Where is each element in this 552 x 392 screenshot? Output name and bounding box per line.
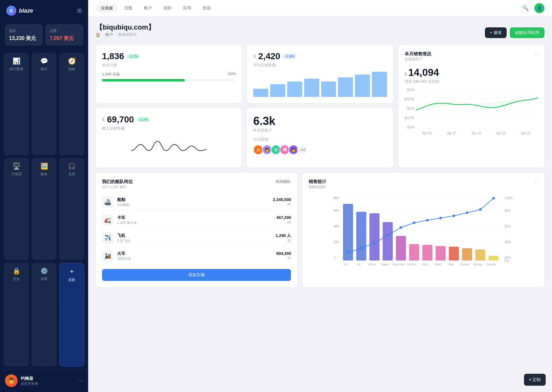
create-app-button[interactable]: 创建应用程序 xyxy=(510,27,544,38)
svg-text:40%: 40% xyxy=(505,240,511,244)
svg-text:400: 400 xyxy=(334,225,339,228)
orders-number: 1,836 xyxy=(102,51,124,61)
plane-icon: ✈️ xyxy=(102,232,113,244)
budget-label: 预算 xyxy=(9,29,38,33)
hero-more: +42 xyxy=(297,145,307,155)
plane-value: 1,240 人 xyxy=(276,233,291,238)
ship-icon: 🚢 xyxy=(102,196,113,208)
avg-sales-badge: ↑2.6% xyxy=(283,54,296,59)
svg-point-35 xyxy=(373,242,376,244)
nav-user-avatar[interactable]: 👤 xyxy=(534,3,544,13)
sidebar-header: B blaze ⊞ xyxy=(0,0,88,21)
guide-icon: 🧭 xyxy=(68,57,76,65)
stats-grid: 1,836 ↓2.2% 本月订单 1,048 目标 62% $ xyxy=(96,45,544,168)
total-sales-badge: ↑2.2% xyxy=(136,117,150,122)
svg-rect-27 xyxy=(423,245,433,260)
sidebar-item-settings[interactable]: ⚙️ 设置 xyxy=(31,263,57,367)
invite-button[interactable]: + 邀请 xyxy=(485,27,507,38)
new-customers-number: 6.3k xyxy=(253,115,387,128)
sidebar-item-security[interactable]: 🔒 安全 xyxy=(4,263,29,367)
truck-unit: 吨 xyxy=(276,220,291,225)
tab-apps[interactable]: 应用 xyxy=(178,3,196,13)
svg-rect-25 xyxy=(396,236,406,260)
bar-8 xyxy=(372,72,387,97)
tab-dashboard[interactable]: 仪表板 xyxy=(96,3,118,13)
svg-text:Germany: Germany xyxy=(393,263,405,266)
sales-stats-more-btn[interactable]: ··· xyxy=(534,179,538,193)
tab-account[interactable]: 帐户 xyxy=(139,3,157,13)
truck-sub: 1,460 辆卡车 xyxy=(117,221,272,225)
security-label: 安全 xyxy=(13,277,20,281)
budget-cards: 预算 13,230 美元 花费 7,057 美元 xyxy=(0,21,88,50)
sidebar-item-add[interactable]: + 添新 xyxy=(59,263,84,367)
fleet-item-truck: 🚛 卡车 1,460 辆卡车 457,200 吨 xyxy=(102,211,291,229)
sidebar-item-stats[interactable]: 📊 统计数据 xyxy=(4,53,29,155)
sidebar-item-calc[interactable]: 🖥️ 计算器 xyxy=(4,158,29,260)
fleet-add-button[interactable]: 添加车辆 xyxy=(102,269,291,281)
monthly-sales-sub: 全渠道用户 xyxy=(405,57,431,62)
progress-pct: 62% xyxy=(228,72,236,77)
fleet-item-plane: ✈️ 飞机 8 架飞机 1,240 人 吨 xyxy=(102,229,291,247)
sales-stats-title: 销售统计 xyxy=(309,179,326,185)
page-actions: + 邀请 创建应用程序 xyxy=(485,27,544,38)
sidebar-item-guide[interactable]: 🧭 指南 xyxy=(59,53,84,155)
support-label: 支持 xyxy=(68,172,75,176)
svg-point-40 xyxy=(440,217,442,219)
svg-text:Canada: Canada xyxy=(486,263,496,266)
fleet-header: 我们的船队吨位 总计 1,247 辆车 检阅舰队 xyxy=(102,179,291,189)
fleet-items: 🚢 船舶 234艘船 2,345,500 吨 🚛 卡车 xyxy=(102,193,291,265)
avg-sales-chart xyxy=(253,72,387,97)
heroes-section: 今日英雄 A 👩 S 韩 👩 +42 xyxy=(253,137,387,155)
page-body: 【biqubiqu.com】 🏠 › 帐户 › 奥弗维耶夫 + 邀请 创建应用程… xyxy=(88,16,552,392)
svg-text:0: 0 xyxy=(334,256,336,260)
ship-name: 船舶 xyxy=(117,197,269,203)
svg-text:Japan: Japan xyxy=(381,263,389,266)
chat-label: 聊天 xyxy=(41,67,48,71)
monthly-sales-title: 本月销售情况 xyxy=(405,51,431,57)
page-title-text: 【biqubiqu.com】 xyxy=(96,23,155,32)
total-sales-label: 网上总销售额 xyxy=(102,126,236,131)
sidebar-item-media[interactable]: 🖼️ 媒体 xyxy=(31,158,57,260)
expense-label: 花费 xyxy=(50,29,79,33)
breadcrumb-home[interactable]: 🏠 xyxy=(96,33,100,37)
bar-2 xyxy=(270,84,285,97)
tab-auth[interactable]: 授权 xyxy=(158,3,177,13)
new-customers-card: 6.3k 本月新客户 今日英雄 A 👩 S 韩 👩 +42 xyxy=(247,108,393,168)
ship-unit: 吨 xyxy=(273,202,291,207)
svg-rect-26 xyxy=(409,244,419,260)
train-unit: 吨 xyxy=(276,256,291,260)
tab-resources[interactable]: 资源 xyxy=(197,3,216,13)
svg-text:France: France xyxy=(407,263,416,266)
plane-unit: 吨 xyxy=(276,238,291,243)
progress-bar-fill xyxy=(102,79,185,81)
top-nav: 仪表板 页数 帐户 授权 应用 资源 🔍 👤 xyxy=(88,0,552,16)
sidebar-item-support[interactable]: 🎧 支持 xyxy=(59,158,84,260)
avg-sales-number: 2,420 xyxy=(258,51,280,61)
tab-pages[interactable]: 页数 xyxy=(119,3,138,13)
breadcrumb-account[interactable]: 帐户 xyxy=(105,32,113,37)
search-button[interactable]: 🔍 xyxy=(521,3,531,13)
sales-chart-container: 800 600 400 200 0 100% 80% 60% 40% 20% 0… xyxy=(309,194,538,271)
settings-icon[interactable]: ⊞ xyxy=(77,7,82,14)
fleet-title: 我们的船队吨位 xyxy=(102,179,133,185)
svg-rect-24 xyxy=(383,222,393,260)
svg-point-38 xyxy=(413,221,416,224)
total-sales-card: $ 69,700 ↑2.2% 网上总销售额 xyxy=(96,108,242,168)
svg-text:600: 600 xyxy=(334,209,339,212)
sidebar-item-chat[interactable]: 💬 聊天 xyxy=(31,53,57,155)
stats-icon: 📊 xyxy=(13,57,20,65)
svg-text:200: 200 xyxy=(334,240,339,244)
avg-sales-card: $ 2,420 ↑2.6% 平均日销售额 xyxy=(247,45,393,103)
customize-button[interactable]: ≡ 定制 xyxy=(524,374,546,386)
breadcrumb: 🏠 › 帐户 › 奥弗维耶夫 xyxy=(96,32,155,37)
user-info: 约翰逊 反应开发者 xyxy=(21,376,75,386)
monthly-more-btn[interactable]: ··· xyxy=(534,51,538,57)
user-more-icon[interactable]: ⋯ xyxy=(78,378,83,384)
top-nav-actions: 🔍 👤 xyxy=(521,3,544,13)
settings-label: 设置 xyxy=(41,277,48,281)
fleet-card: 我们的船队吨位 总计 1,247 辆车 检阅舰队 🚢 船舶 234艘船 2,34… xyxy=(96,173,297,287)
fleet-view-button[interactable]: 检阅舰队 xyxy=(276,179,291,184)
svg-text:Norway: Norway xyxy=(473,263,483,266)
bottom-grid: 我们的船队吨位 总计 1,247 辆车 检阅舰队 🚢 船舶 234艘船 2,34… xyxy=(96,173,544,287)
bar-6 xyxy=(338,77,353,97)
